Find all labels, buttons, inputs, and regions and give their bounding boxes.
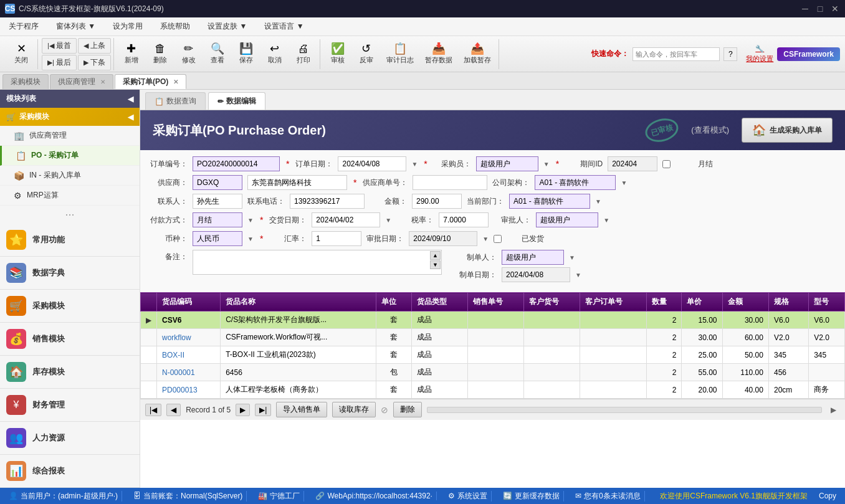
th-product-name[interactable]: 货品名称: [221, 293, 376, 311]
gen-purchase-receipt-button[interactable]: 🏠 生成采购入库单: [742, 118, 833, 143]
creator-dropdown[interactable]: ▼: [569, 254, 575, 261]
currency-dropdown[interactable]: ▼: [247, 235, 254, 242]
last-record-button[interactable]: ▶| 最后: [42, 55, 77, 70]
status-sys-settings[interactable]: ⚙ 系统设置: [444, 491, 492, 502]
th-product-type[interactable]: 货品类型: [411, 293, 467, 311]
print-button[interactable]: 🖨 打印: [290, 39, 317, 69]
th-spec[interactable]: 规格: [768, 293, 808, 311]
company-struct-input[interactable]: [535, 175, 616, 190]
product-code-cell[interactable]: N-000001: [157, 364, 221, 381]
menu-help[interactable]: 系统帮助: [156, 19, 194, 34]
delete-button[interactable]: 🗑 删除: [146, 39, 174, 69]
scroll-right-arrow[interactable]: ▶: [827, 404, 840, 416]
read-stock-button[interactable]: 读取库存: [332, 402, 376, 417]
th-unit[interactable]: 单位: [376, 293, 411, 311]
monthly-checkbox[interactable]: [662, 160, 671, 168]
shipped-checkbox[interactable]: [494, 235, 502, 243]
menu-language[interactable]: 设置语言 ▼: [260, 19, 307, 34]
th-product-code[interactable]: 货品编码: [157, 293, 221, 311]
bignav-report[interactable]: 📊 综合报表: [0, 455, 140, 488]
table-next-btn[interactable]: ▶: [236, 404, 250, 416]
cancel-button[interactable]: ↩ 取消: [261, 39, 289, 69]
supplier-code-input[interactable]: [193, 175, 242, 190]
th-amount[interactable]: 金额: [722, 293, 768, 311]
edit-button[interactable]: ✏ 修改: [175, 39, 203, 69]
tab-purchase-module[interactable]: 采购模块: [2, 74, 49, 89]
temp-save-button[interactable]: 📥 暂存数据: [420, 39, 457, 69]
status-update-cache[interactable]: 🔄 更新缓存数据: [499, 491, 564, 502]
next-record-button[interactable]: ▶ 下条: [78, 55, 111, 70]
bignav-finance[interactable]: ¥ 财务管理: [0, 389, 140, 422]
phone-input[interactable]: [290, 194, 365, 209]
table-last-btn[interactable]: ▶|: [255, 404, 271, 416]
table-row[interactable]: workflow CSFramework.Workflow可视... 套 成品 …: [141, 329, 845, 346]
bignav-sales[interactable]: 💰 销售模块: [0, 323, 140, 356]
dept-dropdown[interactable]: ▼: [595, 198, 601, 205]
dept-input[interactable]: [509, 194, 590, 209]
buyer-input[interactable]: [476, 156, 538, 171]
product-code-cell[interactable]: BOX-II: [157, 346, 221, 364]
menu-set-common[interactable]: 设为常用: [109, 19, 146, 34]
tab-supplier-mgmt-close[interactable]: ✕: [100, 78, 105, 85]
tab-supplier-mgmt[interactable]: 供应商管理 ✕: [50, 74, 113, 89]
my-settings-link[interactable]: 我的设置: [746, 54, 773, 64]
maximize-button[interactable]: □: [815, 4, 825, 14]
order-date-dropdown[interactable]: ▼: [411, 161, 418, 168]
remark-input[interactable]: [193, 250, 442, 275]
order-date-input[interactable]: [338, 156, 406, 171]
company-struct-dropdown[interactable]: ▼: [621, 179, 627, 186]
sidebar-item-supplier-mgmt[interactable]: 🏢 供应商管理: [0, 126, 140, 146]
reverse-audit-button[interactable]: ↺ 反审: [353, 39, 380, 69]
search-button[interactable]: 🔍 查看: [204, 39, 231, 69]
table-row[interactable]: BOX-II T-BOX-II 工业机箱(2023款) 套 成品 2 25.00…: [141, 346, 845, 364]
remark-scroll-down[interactable]: ▼: [430, 260, 441, 269]
import-sales-order-button[interactable]: 导入销售单: [276, 402, 327, 417]
th-unit-price[interactable]: 单价: [682, 293, 722, 311]
table-row[interactable]: ▶ CSV6 C/S架构软件开发平台旗舰版... 套 成品 2 15.00 30…: [141, 311, 845, 329]
tab-purchase-order[interactable]: 采购订单(PO) ✕: [115, 74, 186, 89]
th-model[interactable]: 型号: [809, 293, 845, 311]
audit-log-button[interactable]: 📋 审计日志: [381, 39, 419, 69]
table-first-btn[interactable]: |◀: [145, 404, 161, 416]
delivery-date-dropdown[interactable]: ▼: [385, 217, 391, 224]
th-customer-code[interactable]: 客户货号: [523, 293, 580, 311]
quick-cmd-input[interactable]: [633, 47, 720, 61]
tab-purchase-order-close[interactable]: ✕: [173, 78, 178, 85]
payment-input[interactable]: [193, 212, 242, 227]
buyer-dropdown[interactable]: ▼: [543, 161, 550, 168]
load-temp-button[interactable]: 📤 加载暂存: [459, 39, 496, 69]
product-code-cell[interactable]: workflow: [157, 329, 221, 346]
close-window-button[interactable]: ✕: [830, 4, 840, 14]
sidebar-section-purchase[interactable]: 🛒 采购模块 ◀: [0, 108, 140, 126]
approver-input[interactable]: [536, 212, 598, 227]
delete-row-button[interactable]: 删除: [393, 402, 422, 417]
period-id-input[interactable]: [608, 156, 657, 171]
table-row[interactable]: PD000013 人体工程学老板椅（商务款） 套 成品 2 20.00 40.0…: [141, 381, 845, 399]
amount-input[interactable]: [412, 194, 462, 209]
close-button[interactable]: ✕ 关闭: [7, 39, 35, 69]
quick-cmd-help-button[interactable]: ?: [723, 47, 737, 61]
menu-about[interactable]: 关于程序: [5, 19, 42, 34]
table-row[interactable]: N-000001 6456 包 成品 2 55.00 110.00 456: [141, 364, 845, 381]
save-button[interactable]: 💾 保存: [232, 39, 260, 69]
th-customer-order[interactable]: 客户订单号: [580, 293, 646, 311]
first-record-button[interactable]: |◀ 最首: [42, 38, 77, 54]
rate-input[interactable]: [312, 231, 361, 246]
creator-input[interactable]: [502, 250, 564, 265]
th-qty[interactable]: 数量: [646, 293, 682, 311]
audit-button[interactable]: ✅ 审核: [324, 39, 351, 69]
menu-window-list[interactable]: 窗体列表 ▼: [52, 19, 99, 34]
status-messages[interactable]: ✉ 您有0条未读消息: [571, 491, 645, 502]
bignav-purchase[interactable]: 🛒 采购模块: [0, 290, 140, 323]
approval-date-input[interactable]: [409, 231, 477, 246]
approver-dropdown[interactable]: ▼: [603, 217, 609, 224]
contact-input[interactable]: [193, 194, 242, 209]
bignav-inventory[interactable]: 🏠 库存模块: [0, 356, 140, 389]
tax-rate-input[interactable]: [439, 212, 489, 227]
prev-record-button[interactable]: ◀ 上条: [78, 38, 111, 54]
sidebar-item-in-order[interactable]: 📦 IN - 采购入库单: [0, 166, 140, 186]
product-code-cell[interactable]: CSV6: [157, 311, 221, 329]
inner-tab-data-edit[interactable]: ✏ 数据编辑: [208, 92, 265, 110]
table-prev-btn[interactable]: ◀: [166, 404, 181, 416]
sidebar-item-mrp[interactable]: ⚙ MRP运算: [0, 186, 140, 206]
